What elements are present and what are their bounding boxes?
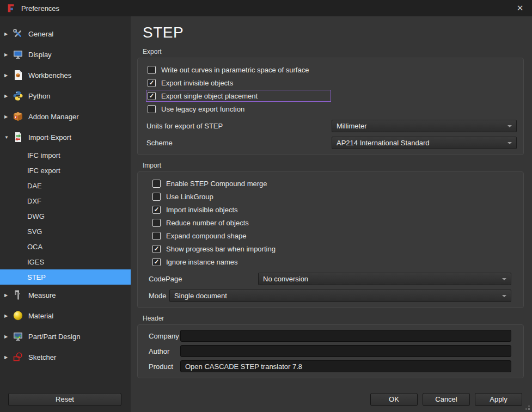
mode-row: Mode Single document xyxy=(149,290,517,302)
sidebar-item-label: IFC import xyxy=(27,151,60,159)
checkbox-row-legacy-export: Use legacy export function xyxy=(146,102,517,115)
expand-arrow-icon[interactable]: ▶ xyxy=(0,355,12,360)
header-group-label: Header xyxy=(143,315,532,322)
checkbox-compound-merge[interactable] xyxy=(152,180,161,188)
sidebar-item-part-design[interactable]: ▶ Part/Part Design xyxy=(0,326,131,347)
sidebar-item-label: Measure xyxy=(28,291,56,299)
product-label: Product xyxy=(149,362,180,371)
measure-icon xyxy=(12,289,24,301)
checkbox-single-placement[interactable]: ✓ xyxy=(148,92,156,100)
sidebar-item-addon-manager[interactable]: ▶ Addon Manager xyxy=(0,106,131,127)
addon-manager-icon xyxy=(12,110,24,122)
sidebar-item-import-export[interactable]: ▼ Import-Export xyxy=(0,127,131,147)
python-icon xyxy=(12,90,24,102)
units-selected-value: Millimeter xyxy=(337,122,367,130)
general-icon xyxy=(12,28,24,40)
checkbox-import-invisible[interactable]: ✓ xyxy=(152,206,161,214)
sidebar-item-ifc-import[interactable]: IFC import xyxy=(0,147,131,163)
sidebar-item-python[interactable]: ▶ Python xyxy=(0,85,131,106)
codepage-selected-value: No conversion xyxy=(263,275,308,283)
checkbox-progress-bar[interactable]: ✓ xyxy=(152,245,161,253)
checkbox-ignore-instance-names[interactable]: ✓ xyxy=(152,258,161,266)
display-icon xyxy=(12,48,24,60)
sidebar-item-dae[interactable]: DAE xyxy=(0,178,131,193)
expand-arrow-icon[interactable]: ▶ xyxy=(0,293,12,298)
material-icon xyxy=(12,310,24,322)
preferences-window: Preferences ✕ ▶ General ▶ xyxy=(0,0,532,412)
sidebar-item-label: IFC export xyxy=(27,167,60,175)
step-settings-panel: STEP Export Write out curves in parametr… xyxy=(131,16,532,412)
close-icon[interactable]: ✕ xyxy=(508,0,532,16)
expand-arrow-icon[interactable]: ▶ xyxy=(0,114,12,119)
scheme-select[interactable]: AP214 International Standard xyxy=(332,137,517,149)
sidebar-item-measure[interactable]: ▶ Measure xyxy=(0,285,131,305)
checkbox-reduce-objects[interactable] xyxy=(152,219,161,227)
sidebar-item-ifc-export[interactable]: IFC export xyxy=(0,163,131,178)
codepage-select[interactable]: No conversion xyxy=(258,273,511,285)
expand-arrow-icon[interactable]: ▶ xyxy=(0,334,12,339)
sidebar-item-sketcher[interactable]: ▶ Sketcher xyxy=(0,347,131,367)
expand-arrow-icon[interactable]: ▶ xyxy=(0,32,12,36)
sidebar-item-step[interactable]: STEP xyxy=(0,269,131,285)
freecad-logo-icon xyxy=(7,3,16,13)
sketcher-icon xyxy=(12,351,24,363)
export-group-label: Export xyxy=(143,48,532,56)
resize-grip[interactable] xyxy=(528,408,530,410)
checkbox-row-linkgroup: Use LinkGroup xyxy=(151,190,517,203)
scheme-label: Scheme xyxy=(146,139,332,147)
checkbox-row-import-invisible: ✓ Import invisible objects xyxy=(151,203,517,216)
units-select[interactable]: Millimeter xyxy=(332,120,517,132)
checkbox-row-parametric-curves: Write out curves in parametric space of … xyxy=(146,63,517,76)
expand-arrow-icon[interactable]: ▶ xyxy=(0,94,12,99)
sidebar-item-label: STEP xyxy=(27,273,46,281)
checkbox-row-expand-compound: Expand compound shape xyxy=(151,229,517,242)
sidebar-item-label: SVG xyxy=(27,227,42,236)
sidebar-item-label: Display xyxy=(28,51,52,59)
import-group-label: Import xyxy=(143,162,532,169)
company-field[interactable] xyxy=(180,330,511,342)
sidebar-item-display[interactable]: ▶ Display xyxy=(0,44,131,65)
sidebar-item-dwg[interactable]: DWG xyxy=(0,208,131,224)
author-field[interactable] xyxy=(180,345,511,357)
sidebar-item-label: IGES xyxy=(27,258,44,266)
cancel-button[interactable]: Cancel xyxy=(423,393,470,406)
mode-select[interactable]: Single document xyxy=(169,290,511,302)
export-group: Write out curves in parametric space of … xyxy=(137,58,524,155)
checkbox-row-compound-merge: Enable STEP Compound merge xyxy=(151,177,517,190)
expand-arrow-icon[interactable]: ▶ xyxy=(0,313,12,318)
apply-button[interactable]: Apply xyxy=(475,393,522,406)
sidebar-item-label: Part/Part Design xyxy=(28,333,80,341)
checkbox-expand-compound[interactable] xyxy=(152,232,161,240)
reset-button[interactable]: Reset xyxy=(8,393,121,406)
sidebar-item-label: Workbenches xyxy=(28,71,71,79)
sidebar-item-oca[interactable]: OCA xyxy=(0,239,131,254)
checkbox-export-invisible[interactable]: ✓ xyxy=(148,79,156,87)
sidebar-item-dxf[interactable]: DXF xyxy=(0,193,131,208)
checkbox-legacy-export[interactable] xyxy=(148,105,156,113)
checkbox-row-single-placement: ✓ Export single object placement xyxy=(146,89,517,102)
expand-arrow-icon[interactable]: ▶ xyxy=(0,52,12,57)
sidebar-item-label: Sketcher xyxy=(28,353,56,361)
scheme-row: Scheme AP214 International Standard xyxy=(146,137,517,149)
product-field[interactable] xyxy=(180,360,511,372)
sidebar-item-material[interactable]: ▶ Material xyxy=(0,305,131,326)
product-row: Product xyxy=(149,360,517,372)
sidebar-item-svg[interactable]: SVG xyxy=(0,224,131,239)
ok-button[interactable]: OK xyxy=(370,393,418,406)
checkbox-parametric-curves[interactable] xyxy=(148,66,156,74)
sidebar-item-general[interactable]: ▶ General xyxy=(0,23,131,44)
sidebar-item-label: DWG xyxy=(27,212,45,220)
sidebar-item-workbenches[interactable]: ▶ Workbenches xyxy=(0,65,131,85)
checkbox-linkgroup[interactable] xyxy=(152,193,161,201)
workbenches-icon xyxy=(12,69,24,81)
sidebar-item-label: Addon Manager xyxy=(28,113,79,121)
collapse-arrow-icon[interactable]: ▼ xyxy=(0,135,12,140)
codepage-row: CodePage No conversion xyxy=(149,273,517,285)
dialog-buttons: OK Cancel Apply xyxy=(370,393,522,406)
sidebar-item-label: Material xyxy=(28,312,53,320)
author-row: Author xyxy=(149,345,517,357)
units-label: Units for export of STEP xyxy=(146,122,332,130)
expand-arrow-icon[interactable]: ▶ xyxy=(0,73,12,78)
sidebar-item-iges[interactable]: IGES xyxy=(0,254,131,269)
part-design-icon xyxy=(12,330,24,342)
